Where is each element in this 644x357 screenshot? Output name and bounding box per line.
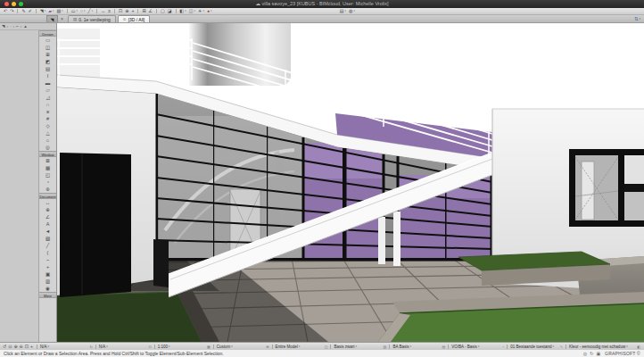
current-tool-tab[interactable]: ◥	[46, 15, 58, 22]
zoom-increase-icon[interactable]: ⊕	[124, 8, 129, 14]
close-button[interactable]	[4, 2, 9, 6]
fill-tool-icon[interactable]: ▨	[39, 235, 56, 242]
redo-icon[interactable]: ↷	[9, 8, 14, 14]
minimize-button[interactable]	[12, 2, 16, 6]
skylight-tool-icon[interactable]: ◩	[39, 58, 56, 65]
window-tool-icon[interactable]: ⊞	[39, 51, 56, 58]
pen-set-field-icon[interactable]: ▨	[384, 345, 387, 349]
eyedropper-pickup-icon[interactable]: ✎	[21, 8, 26, 14]
door-tool-icon[interactable]: ◫	[39, 44, 56, 51]
render-sphere-icon[interactable]: ●▾	[206, 8, 213, 14]
model-view-options-field-icon[interactable]: ◔	[502, 345, 504, 349]
snap-edge-icon[interactable]: ⌐	[16, 24, 19, 29]
magnify-icon[interactable]: +	[30, 344, 33, 349]
snap-point-icon[interactable]: ·	[10, 24, 12, 29]
close-tab-button[interactable]: ×	[58, 15, 66, 22]
tab-floor-plan[interactable]: ▤ 0. 1e verdieping	[68, 15, 116, 22]
sun-study-icon[interactable]: ☀▾	[197, 8, 205, 14]
pan-icon[interactable]: +	[130, 8, 135, 14]
curtain-wall-tool-icon[interactable]: ▤	[39, 65, 56, 72]
floor-plan-cut-plane-field[interactable]: N/A▾↻	[37, 345, 94, 349]
level-dimension-tool-icon[interactable]: ⊕	[39, 206, 56, 213]
zoom-level-field-icon[interactable]: ⊞	[266, 345, 268, 349]
camera-tool-icon[interactable]: ◉	[39, 285, 56, 292]
column-tool-icon[interactable]: I	[39, 72, 56, 79]
scale-field[interactable]: 1:100▾▦	[154, 345, 211, 349]
3d-style-field[interactable]: Kleur - eenvoudig met schaduw▾◧	[566, 345, 641, 349]
wall-tool-icon[interactable]: ▭	[39, 37, 56, 44]
marquee-icon[interactable]: ▢	[160, 8, 166, 14]
3d-cutaway-icon[interactable]: ◧▾	[179, 8, 187, 14]
window-tool-c-icon[interactable]: ◰	[39, 171, 56, 178]
3d-style-field-icon[interactable]: ◧	[637, 345, 640, 349]
polyline-geometry-icon[interactable]: ╱▾	[87, 8, 95, 14]
zoom-in-icon[interactable]: ⊕	[13, 344, 17, 349]
shell-tool-icon[interactable]: ∩	[39, 101, 56, 108]
morph-tool-icon[interactable]: ◇	[39, 122, 56, 129]
drawing-tool-icon[interactable]: ▥	[39, 278, 56, 285]
pen-set-field[interactable]: Basis zwart▾▨	[330, 345, 387, 349]
renovation-filter-field[interactable]: 01 Bestaande toestand▾✎	[507, 345, 564, 349]
fit-view-icon[interactable]: ⊡	[25, 344, 29, 349]
visual-feedback-icon[interactable]: ◎	[583, 351, 587, 356]
railing-tool-icon[interactable]: #	[39, 115, 56, 122]
syringe-inject-icon[interactable]: ✐	[28, 8, 33, 14]
window-tool-a-icon[interactable]: ⊠	[39, 157, 56, 164]
refresh-status-icon[interactable]: ↻	[590, 351, 593, 356]
structure-display-field[interactable]: Entire Model▾◫	[272, 345, 329, 349]
model-view-options-field[interactable]: VO/BA - Basis▾◔	[448, 345, 505, 349]
undo-icon[interactable]: ↶	[3, 8, 8, 14]
roof-tool-icon[interactable]: ◿	[39, 94, 56, 101]
slab-tool-icon[interactable]: ▱	[39, 87, 56, 94]
window-tool-d-icon[interactable]: ◔	[39, 178, 56, 186]
guide-lines-icon[interactable]: ∠	[148, 8, 153, 14]
figure-tool-icon[interactable]: ▣	[39, 270, 56, 278]
stair-tool-icon[interactable]: ≡	[39, 108, 56, 115]
window-stack-icon[interactable]: ▣	[596, 351, 600, 356]
select-mode-icon[interactable]: ◥	[2, 24, 4, 29]
line-tool-icon[interactable]: ╱	[39, 242, 56, 249]
scale-field-icon[interactable]: ▦	[207, 345, 211, 349]
layer-combination-field-icon[interactable]: ▤	[442, 345, 446, 349]
zoom-button[interactable]	[19, 2, 23, 6]
hotspot-tool-icon[interactable]: +	[39, 263, 56, 270]
section-view-icon[interactable]: ◫▾	[188, 8, 196, 14]
dimension-guide-icon[interactable]: ↔	[100, 8, 106, 14]
zoom-level-field[interactable]: Custom▾⊞	[213, 345, 270, 349]
explore-icon[interactable]: ⊙	[8, 344, 12, 349]
opening-tool-icon[interactable]: ◎	[39, 144, 56, 151]
orbit-icon[interactable]: ↺	[3, 344, 6, 349]
window-tool-b-icon[interactable]: ▦	[39, 164, 56, 171]
pen-color-icon[interactable]: ▰▾	[47, 8, 54, 14]
label-tool-icon[interactable]: ◄	[39, 228, 56, 235]
3d-viewport[interactable]	[57, 23, 644, 342]
spline-tool-icon[interactable]: ~	[39, 256, 56, 263]
window-tool-e-icon[interactable]: ⊚	[39, 186, 56, 193]
structure-display-field-icon[interactable]: ◫	[325, 345, 328, 349]
reference-level-field-icon[interactable]: ⊡	[148, 345, 151, 349]
fit-in-window-icon[interactable]: ⊡	[118, 8, 123, 14]
rectangle-geometry-icon[interactable]: ▭▾	[70, 8, 78, 14]
layer-combination-field[interactable]: BA Basis▾▤	[389, 345, 446, 349]
elevation-icon[interactable]: ▲	[23, 24, 27, 29]
circle-geometry-icon[interactable]: ○▾	[79, 8, 87, 14]
text-tool-icon[interactable]: A	[39, 220, 56, 228]
angle-dimension-tool-icon[interactable]: ∠	[39, 213, 56, 220]
zoom-out-icon[interactable]: ⊖	[20, 344, 23, 349]
dimension-tool-icon[interactable]: ↔	[39, 199, 56, 206]
publisher-sets-icon[interactable]: ◍▾	[348, 8, 356, 14]
renovation-filter-field-icon[interactable]: ✎	[560, 345, 563, 349]
teamwork-sync-button[interactable]: ⇅ ▾	[634, 16, 640, 21]
mesh-tool-icon[interactable]: △	[39, 129, 56, 137]
layout-book-icon[interactable]: ▤▾	[339, 8, 347, 14]
floor-plan-cut-plane-field-icon[interactable]: ↻	[89, 345, 92, 349]
tab-3d-all[interactable]: ⊙ [3D / All]	[118, 15, 150, 22]
trace-reference-icon[interactable]: ◪	[167, 8, 173, 14]
grid-snap-icon[interactable]: ⊞	[141, 8, 146, 14]
beam-tool-icon[interactable]: ▬	[39, 79, 56, 87]
arrow-tool-icon[interactable]: ◥▾	[39, 8, 46, 14]
fill-type-icon[interactable]: ▨▾	[56, 8, 64, 14]
zone-tool-icon[interactable]: ⌂	[39, 137, 56, 144]
reference-level-field[interactable]: N/A▾⊡	[95, 345, 153, 349]
arc-tool-icon[interactable]: (	[39, 249, 56, 256]
